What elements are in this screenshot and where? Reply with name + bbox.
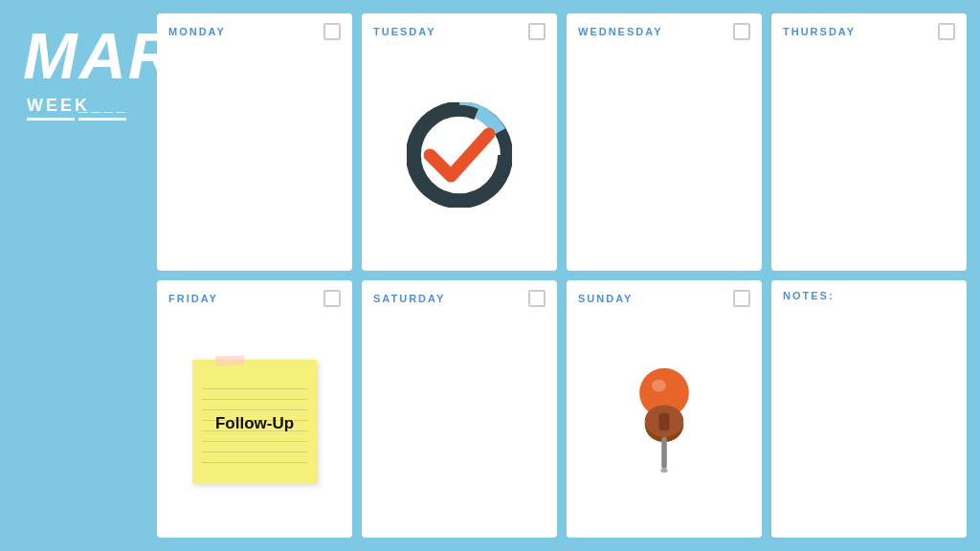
svg-rect-6 xyxy=(661,436,667,468)
sunday-content xyxy=(578,315,750,528)
wednesday-label: WEDNESDAY xyxy=(578,26,663,37)
thursday-content xyxy=(783,48,955,261)
checkmark-icon xyxy=(407,102,512,208)
thursday-header: THURSDAY xyxy=(783,23,955,40)
notes-content xyxy=(783,309,955,528)
wednesday-content xyxy=(578,48,750,261)
wednesday-card: WEDNESDAY xyxy=(567,13,762,271)
wednesday-checkbox[interactable] xyxy=(733,23,750,40)
saturday-header: SATURDAY xyxy=(373,290,546,307)
friday-checkbox[interactable] xyxy=(323,290,341,307)
tuesday-checkbox[interactable] xyxy=(528,23,546,40)
monday-card: MONDAY xyxy=(157,13,352,271)
sticky-note: Follow-Up xyxy=(192,360,317,484)
calendar-grid: MONDAY TUESDAY WEDNESDAY xyxy=(153,0,980,551)
sidebar: MAR WEEK____ xyxy=(0,0,153,551)
sticky-note-text: Follow-Up xyxy=(215,414,294,433)
tuesday-header: TUESDAY xyxy=(373,23,546,40)
friday-card: FRIDAY Follow-Up xyxy=(157,280,352,538)
svg-point-2 xyxy=(652,379,666,391)
notes-card: NOTES: xyxy=(771,280,967,538)
sunday-checkbox[interactable] xyxy=(733,290,750,307)
svg-rect-5 xyxy=(658,412,669,430)
monday-checkbox[interactable] xyxy=(323,23,341,40)
thursday-card: THURSDAY xyxy=(771,13,967,271)
friday-header: FRIDAY xyxy=(168,290,341,307)
monday-content xyxy=(168,48,341,261)
month-label: MAR xyxy=(23,23,134,88)
tuesday-label: TUESDAY xyxy=(373,26,436,37)
thursday-checkbox[interactable] xyxy=(938,23,955,40)
week-prefix-text: WEEK xyxy=(27,96,75,121)
saturday-checkbox[interactable] xyxy=(528,290,546,307)
friday-content: Follow-Up xyxy=(168,315,341,528)
friday-label: FRIDAY xyxy=(168,293,218,304)
tuesday-card: TUESDAY xyxy=(362,13,557,271)
monday-header: MONDAY xyxy=(168,23,341,40)
tuesday-content xyxy=(373,48,546,261)
sunday-header: SUNDAY xyxy=(578,290,750,307)
svg-point-7 xyxy=(660,468,667,473)
week-line: ____ xyxy=(78,96,126,121)
thursday-label: THURSDAY xyxy=(783,26,856,37)
monday-label: MONDAY xyxy=(168,26,226,37)
sunday-label: SUNDAY xyxy=(578,293,633,304)
notes-label: NOTES: xyxy=(783,290,835,301)
sunday-card: SUNDAY xyxy=(567,280,762,538)
saturday-label: SATURDAY xyxy=(373,293,445,304)
saturday-card: SATURDAY xyxy=(362,280,557,538)
saturday-content xyxy=(373,315,546,528)
notes-header: NOTES: xyxy=(783,290,955,301)
pushpin-icon xyxy=(616,364,712,479)
wednesday-header: WEDNESDAY xyxy=(578,23,750,40)
week-label: WEEK____ xyxy=(23,96,134,121)
